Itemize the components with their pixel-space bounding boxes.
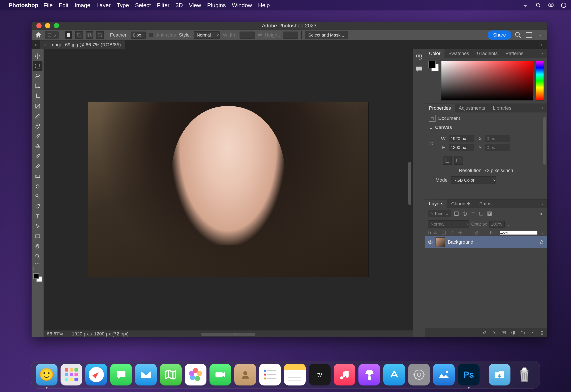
document-tab[interactable]: × image_69.jpg @ 66.7% (RGB/8#) — [40, 41, 125, 49]
zoom-percentage[interactable]: 66.67% — [47, 331, 63, 337]
tab-swatches[interactable]: Swatches — [444, 49, 473, 58]
tab-libraries[interactable]: Libraries — [489, 104, 515, 112]
link-dims-icon[interactable]: ⎌ — [429, 138, 434, 148]
filter-type-icon[interactable] — [470, 211, 476, 216]
selection-subtract-icon[interactable] — [86, 31, 93, 39]
tool-indicator[interactable]: ⌄ — [45, 31, 59, 39]
workspace-chevron-icon[interactable]: ⌄ — [536, 31, 544, 39]
dock-downloads[interactable] — [489, 364, 511, 385]
menu-image[interactable]: Image — [75, 2, 90, 9]
layer-thumbnail[interactable] — [436, 237, 445, 247]
dock-appstore[interactable] — [383, 364, 405, 385]
gradient-tool-icon[interactable] — [33, 171, 43, 181]
traffic-zoom[interactable] — [54, 23, 59, 28]
filter-shape-icon[interactable] — [479, 211, 484, 216]
hue-strip[interactable] — [536, 61, 544, 100]
tab-adjustments[interactable]: Adjustments — [455, 104, 489, 112]
width-field[interactable] — [449, 135, 474, 142]
scrollbar-vertical[interactable] — [408, 162, 411, 205]
dock-photoshop[interactable]: Ps — [458, 364, 480, 385]
crop-tool-icon[interactable] — [33, 91, 43, 101]
status-chevron-icon[interactable]: 〉 — [235, 331, 239, 336]
selection-new-icon[interactable] — [65, 31, 72, 39]
traffic-close[interactable] — [36, 23, 42, 28]
history-panel-icon[interactable] — [415, 54, 423, 61]
pen-tool-icon[interactable] — [33, 201, 43, 211]
search-icon[interactable] — [514, 31, 522, 39]
healing-brush-tool-icon[interactable] — [33, 121, 43, 131]
history-brush-tool-icon[interactable] — [33, 151, 43, 161]
dock-reminders[interactable] — [259, 364, 281, 385]
scrollbar-horizontal[interactable] — [201, 333, 255, 336]
rectangle-tool-icon[interactable] — [33, 231, 43, 241]
canvas-image[interactable] — [88, 102, 368, 277]
panel-menu-icon[interactable]: ≡ — [538, 49, 547, 58]
panel-menu-icon[interactable]: ≡ — [538, 104, 547, 112]
eyedropper-tool-icon[interactable] — [33, 111, 43, 121]
lock-position-icon[interactable] — [450, 230, 455, 235]
portrait-icon[interactable] — [443, 156, 452, 165]
color-mode-select[interactable]: RGB Color — [451, 176, 496, 184]
tab-paths[interactable]: Paths — [475, 199, 496, 208]
dock-notes[interactable] — [284, 364, 306, 385]
menu-select[interactable]: Select — [135, 2, 151, 9]
properties-scrollbar[interactable] — [543, 117, 546, 165]
quick-mask-icon[interactable] — [38, 267, 42, 271]
collapse-right-icon[interactable]: « — [537, 41, 545, 49]
close-tab-icon[interactable]: × — [44, 42, 47, 47]
layer-item-background[interactable]: Background — [425, 236, 547, 248]
canvas-section-header[interactable]: ⌄ Canvas — [429, 125, 543, 130]
feather-input[interactable] — [131, 31, 146, 39]
zoom-tool-icon[interactable] — [33, 252, 43, 261]
app-name-menu[interactable]: Photoshop — [9, 2, 38, 9]
selection-intersect-icon[interactable] — [96, 31, 104, 39]
adjustment-layer-icon[interactable] — [511, 330, 516, 335]
menu-view[interactable]: View — [189, 2, 201, 9]
menu-help[interactable]: Help — [258, 2, 270, 9]
blur-tool-icon[interactable] — [33, 182, 43, 191]
canvas-viewport[interactable] — [44, 49, 413, 330]
move-tool-icon[interactable] — [33, 51, 43, 61]
traffic-minimize[interactable] — [45, 23, 50, 28]
menu-layer[interactable]: Layer — [96, 2, 111, 9]
filter-toggle-icon[interactable]: ● — [539, 211, 544, 216]
lock-artboard-icon[interactable] — [466, 230, 471, 235]
visibility-icon[interactable] — [428, 239, 433, 245]
menu-file[interactable]: File — [44, 2, 53, 9]
lock-pixels-icon[interactable] — [441, 230, 446, 235]
filter-smart-icon[interactable] — [487, 211, 492, 216]
delete-layer-icon[interactable] — [540, 330, 545, 335]
menu-filter[interactable]: Filter — [157, 2, 169, 9]
filter-pixel-icon[interactable] — [454, 211, 459, 216]
dock-finder[interactable]: 🙂 — [36, 364, 58, 385]
menu-window[interactable]: Window — [232, 2, 252, 9]
fx-icon[interactable]: fx — [492, 330, 497, 335]
workspace-icon[interactable] — [525, 31, 533, 39]
dock-mail[interactable] — [135, 364, 157, 385]
dock-launchpad[interactable] — [60, 364, 82, 385]
mask-icon[interactable] — [501, 330, 506, 335]
edit-toolbar-icon[interactable] — [33, 267, 37, 271]
control-center-icon[interactable] — [548, 2, 554, 8]
menu-edit[interactable]: Edit — [59, 2, 69, 9]
home-icon[interactable] — [35, 31, 42, 39]
lock-icon[interactable] — [540, 240, 544, 245]
menu-type[interactable]: Type — [117, 2, 129, 9]
panel-menu-icon[interactable]: ≡ — [538, 199, 547, 208]
dock-messages[interactable] — [110, 364, 132, 385]
dock-settings[interactable] — [408, 364, 430, 385]
height-field[interactable] — [449, 144, 474, 151]
selection-add-icon[interactable] — [75, 31, 83, 39]
filter-adjust-icon[interactable] — [462, 211, 467, 216]
tab-patterns[interactable]: Patterns — [501, 49, 527, 58]
dock-facetime[interactable] — [210, 364, 231, 385]
style-select[interactable]: Normal — [194, 31, 220, 39]
wifi-icon[interactable] — [523, 2, 529, 8]
tab-gradients[interactable]: Gradients — [473, 49, 501, 58]
dock-podcasts[interactable] — [359, 364, 380, 385]
layer-name[interactable]: Background — [448, 239, 473, 245]
dock-contacts[interactable] — [234, 364, 256, 385]
dock-photos[interactable] — [185, 364, 207, 385]
menu-plugins[interactable]: Plugins — [207, 2, 225, 9]
dock-maps[interactable] — [160, 364, 182, 385]
